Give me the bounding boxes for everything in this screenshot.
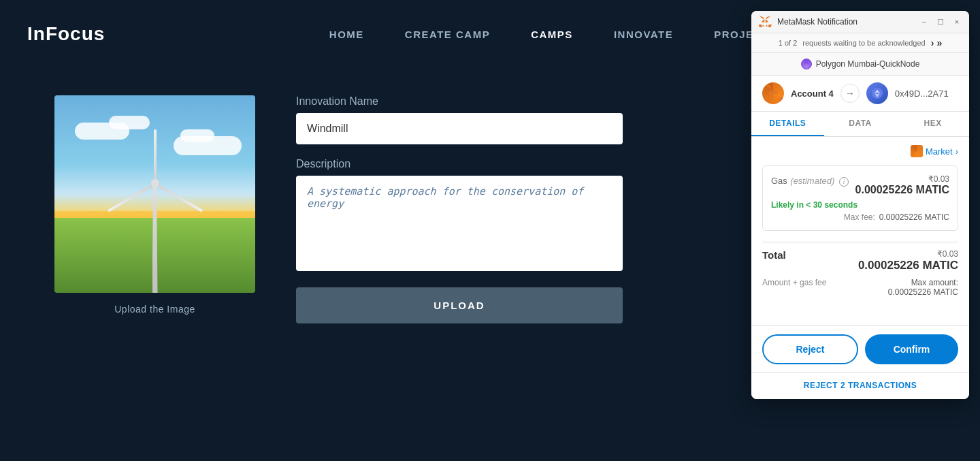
upload-image-label: Upload the Image — [114, 304, 195, 315]
app-logo: InFocus — [27, 23, 105, 45]
image-preview — [54, 95, 255, 293]
cloud-2 — [109, 116, 150, 129]
mm-notification-text: requests waiting to be acknowledged — [802, 39, 925, 47]
windmill-hub — [151, 179, 159, 187]
mm-network-name: Polygon Mumbai-QuickNode — [816, 59, 920, 69]
mm-max-amount-group: Max amount: 0.00025226 MATIC — [888, 278, 958, 297]
mm-nav-arrows[interactable]: › » — [931, 37, 942, 48]
mm-tab-data[interactable]: DATA — [824, 112, 897, 136]
form-section: Innovation Name Description A systematic… — [296, 95, 623, 323]
mm-double-arrow[interactable]: » — [936, 37, 942, 48]
innovation-name-field: Innovation Name — [296, 95, 623, 144]
mm-total-matic: 0.00025226 MATIC — [858, 259, 958, 272]
mm-address: 0x49D...2A71 — [895, 89, 949, 99]
nav-camps[interactable]: CAMPS — [531, 29, 573, 40]
mm-gas-value-group: ₹0.03 0.00025226 MATIC — [855, 174, 949, 196]
mm-tab-hex[interactable]: HEX — [896, 112, 969, 136]
cloud-4 — [180, 129, 214, 142]
mm-likely-text: Likely in < 30 seconds — [771, 200, 949, 210]
mm-footer: REJECT 2 TRANSACTIONS — [751, 372, 969, 399]
description-label: Description — [296, 158, 623, 170]
mm-total-label: Total — [762, 249, 786, 261]
mm-maximize-button[interactable]: ☐ — [935, 16, 946, 27]
mm-total-inr: ₹0.03 — [858, 249, 958, 259]
mm-max-amount-value: 0.00025226 MATIC — [888, 287, 958, 297]
mm-network-icon — [801, 59, 812, 69]
mm-body: Market › Gas (estimated) i ₹0.03 0.00025… — [751, 137, 969, 325]
mm-confirm-button[interactable]: Confirm — [865, 334, 958, 364]
mm-gas-info-icon[interactable]: i — [839, 177, 849, 187]
windmill-image — [54, 95, 255, 293]
mm-gas-matic: 0.00025226 MATIC — [855, 184, 949, 196]
mm-notification-bar: 1 of 2 requests waiting to be acknowledg… — [751, 33, 969, 53]
mm-notification-count: 1 of 2 — [779, 39, 798, 47]
nav-create-camp[interactable]: CREATE CAMP — [405, 29, 490, 40]
mm-max-amount-label: Max amount: — [888, 278, 958, 287]
mm-reject-button[interactable]: Reject — [762, 334, 858, 364]
mm-titlebar: MetaMask Notification − ☐ × — [751, 11, 969, 33]
mm-tab-details[interactable]: DETAILS — [751, 112, 824, 136]
metamask-modal: MetaMask Notification − ☐ × 1 of 2 reque… — [751, 11, 969, 399]
metamask-fox-logo — [758, 15, 772, 29]
mm-maxfee-value: 0.00025226 MATIC — [879, 212, 949, 222]
mm-gas-header: Gas (estimated) i ₹0.03 0.00025226 MATIC — [771, 174, 949, 196]
blade-1 — [154, 129, 157, 184]
mm-reject-all-transactions[interactable]: REJECT 2 TRANSACTIONS — [804, 381, 917, 390]
mm-gas-section: Gas (estimated) i ₹0.03 0.00025226 MATIC… — [762, 165, 958, 231]
windmill-tower — [152, 184, 158, 293]
mm-single-arrow[interactable]: › — [931, 37, 934, 48]
mm-market-link[interactable]: Market › — [911, 145, 958, 157]
description-input[interactable]: A systematic approach for the conservati… — [296, 176, 623, 271]
mm-market-chevron-icon: › — [956, 146, 958, 157]
mm-tabs: DETAILS DATA HEX — [751, 112, 969, 137]
nav-innovate[interactable]: INNOVATE — [614, 29, 673, 40]
image-section: Upload the Image — [54, 95, 255, 323]
nav-home[interactable]: HOME — [329, 29, 364, 40]
mm-network-bar: Polygon Mumbai-QuickNode — [751, 53, 969, 76]
mm-market-row: Market › — [762, 145, 958, 157]
mm-amount-row: Amount + gas fee Max amount: 0.00025226 … — [762, 278, 958, 297]
mm-maxfee-row: Max fee: 0.00025226 MATIC — [771, 212, 949, 222]
mm-account-fox-icon — [762, 82, 784, 104]
mm-market-label: Market — [926, 146, 953, 157]
mm-account-name: Account 4 — [791, 89, 834, 99]
mm-account-row: Account 4 → 0x49D...2A71 — [751, 76, 969, 112]
mm-amount-gas-fee-label: Amount + gas fee — [762, 278, 826, 297]
innovation-name-input[interactable] — [296, 113, 623, 144]
mm-close-button[interactable]: × — [951, 16, 962, 27]
upload-button[interactable]: UPLOAD — [296, 287, 623, 323]
mm-minimize-button[interactable]: − — [919, 16, 930, 27]
mm-divider — [762, 242, 958, 242]
mm-title-text: MetaMask Notification — [777, 17, 913, 27]
mm-transfer-arrow-icon: → — [840, 84, 860, 103]
mm-total-section: Total ₹0.03 0.00025226 MATIC Amount + ga… — [762, 249, 958, 297]
mm-eth-icon — [866, 82, 888, 104]
mm-total-value-group: ₹0.03 0.00025226 MATIC — [858, 249, 958, 272]
mm-gas-label: Gas — [771, 176, 787, 186]
mm-market-fox-icon — [911, 145, 923, 157]
mm-action-buttons: Reject Confirm — [751, 325, 969, 372]
mm-maxfee-label: Max fee: — [844, 212, 875, 222]
description-field: Description A systematic approach for th… — [296, 158, 623, 274]
mm-total-header: Total ₹0.03 0.00025226 MATIC — [762, 249, 958, 272]
mm-gas-estimated-label: (estimated) i — [790, 176, 849, 186]
mm-gas-inr: ₹0.03 — [855, 174, 949, 184]
innovation-name-label: Innovation Name — [296, 95, 623, 108]
mm-gas-label-group: Gas (estimated) i — [771, 174, 849, 187]
